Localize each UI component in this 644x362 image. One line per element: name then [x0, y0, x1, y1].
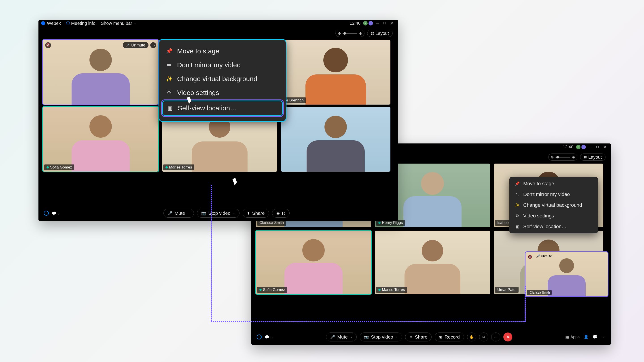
maximize-button[interactable]: □: [381, 20, 388, 26]
video-grid: 🔇 🎤Unmute ⋯ lle Brennan Sofia Gomez Mari…: [38, 40, 398, 46]
zoom-control[interactable]: ⊖ ⊕: [336, 30, 364, 37]
gear-icon: ⚙: [515, 213, 520, 218]
titlebar: Webex i Meeting info Show menu bar ⌄ 12:…: [38, 20, 398, 27]
participant-tile-active-speaker[interactable]: Sofia Gomez: [256, 231, 371, 294]
apps-button[interactable]: ▦Apps: [565, 335, 580, 340]
more-controls-button[interactable]: ⋯: [491, 333, 500, 342]
mic-indicator-icon: [166, 166, 168, 168]
menu-bar-toggle[interactable]: Show menu bar ⌄: [101, 21, 136, 26]
chevron-down-icon[interactable]: ⌄: [350, 336, 352, 339]
gear-icon: ⚙: [166, 90, 172, 96]
stop-video-button[interactable]: 📷Stop video⌄: [197, 209, 239, 218]
mic-indicator-icon: [378, 289, 380, 291]
mouse-cursor: [234, 178, 238, 185]
participants-button[interactable]: 👤: [584, 335, 588, 340]
zoom-out-icon[interactable]: ⊖: [551, 155, 554, 159]
webex-logo-icon: [41, 21, 45, 25]
menu-toggle-label: Show menu bar: [101, 21, 132, 26]
maximize-button[interactable]: □: [594, 144, 601, 150]
menu-item-video-settings[interactable]: ⚙Video settings: [159, 86, 286, 100]
self-view-pip[interactable]: 🔇 🎤 Unmute ⋯ Clarissa Smith: [526, 252, 608, 296]
record-button-partial[interactable]: ◉R: [272, 209, 290, 218]
status-badge[interactable]: [368, 21, 373, 25]
record-icon: ◉: [276, 211, 280, 216]
pin-icon: 📌: [166, 48, 172, 54]
chevron-down-icon[interactable]: ⌄: [233, 212, 235, 215]
mic-indicator-icon: [378, 222, 380, 224]
wand-icon: ✨: [515, 203, 520, 208]
self-view-tile[interactable]: 🔇 🎤Unmute ⋯: [43, 40, 158, 105]
encryption-badge[interactable]: ✓: [576, 145, 580, 149]
mic-muted-icon: 🔇: [45, 42, 51, 48]
share-icon: ⬆: [410, 335, 412, 340]
mute-button[interactable]: 🎤Mute⌄: [326, 333, 357, 342]
zoom-in-icon[interactable]: ⊕: [359, 31, 362, 35]
mic-indicator-icon: [46, 166, 49, 168]
zoom-out-icon[interactable]: ⊖: [338, 31, 341, 35]
unmute-button[interactable]: 🎤Unmute: [123, 42, 148, 48]
minimize-button[interactable]: ─: [587, 144, 594, 150]
menu-item-dont-mirror[interactable]: ⇋Don't mirror my video: [159, 58, 286, 72]
participant-tile-active-speaker[interactable]: Sofia Gomez: [43, 107, 158, 172]
assistant-icon[interactable]: [257, 335, 262, 340]
meeting-time: 12:40: [350, 21, 360, 26]
menu-item-virtual-background[interactable]: ✨Change virtual background: [159, 72, 286, 86]
chat-button[interactable]: 💬: [592, 335, 598, 340]
self-view-context-menu: 📌Move to stage ⇋Don't mirror my video ✨C…: [159, 40, 286, 121]
stop-video-button[interactable]: 📷Stop video⌄: [360, 333, 402, 342]
captions-icon[interactable]: 💬 ⌄: [265, 335, 273, 339]
participant-name-label: Marise Torres: [376, 287, 407, 293]
meeting-window-before: Webex i Meeting info Show menu bar ⌄ 12:…: [38, 20, 398, 221]
participant-name-label: Umar Patel: [495, 287, 518, 293]
chevron-down-icon[interactable]: ⌄: [187, 212, 190, 215]
more-options-button[interactable]: ⋯: [556, 255, 560, 259]
info-icon[interactable]: i: [66, 21, 70, 25]
menu-item-move-to-stage[interactable]: 📌Move to stage: [159, 44, 286, 58]
layout-button[interactable]: Layout: [580, 153, 606, 161]
zoom-slider[interactable]: [342, 33, 357, 34]
close-button[interactable]: ✕: [601, 144, 608, 150]
unmute-button[interactable]: 🎤 Unmute: [534, 254, 554, 259]
raise-hand-button[interactable]: ✋: [467, 333, 476, 342]
encryption-badge[interactable]: ✓: [363, 21, 368, 25]
status-badge[interactable]: [582, 145, 586, 149]
participant-tile[interactable]: lle Brennan: [281, 40, 390, 105]
participant-tile[interactable]: Marise Torres: [375, 231, 490, 294]
app-name: Webex: [47, 21, 61, 26]
record-button[interactable]: ◉Record: [435, 333, 464, 342]
captions-icon[interactable]: 💬 ⌄: [52, 211, 60, 215]
mic-indicator-icon: [260, 289, 262, 291]
zoom-in-icon[interactable]: ⊕: [572, 155, 575, 159]
meeting-info-link[interactable]: Meeting info: [71, 21, 96, 26]
menu-item-virtual-background[interactable]: ✨Change virtual background: [510, 200, 598, 211]
wand-icon: ✨: [166, 76, 172, 82]
more-options-button[interactable]: ⋯: [150, 42, 156, 48]
reactions-button[interactable]: ☺: [479, 333, 488, 342]
participant-tile[interactable]: [281, 107, 390, 172]
mic-icon: 🎤: [330, 335, 335, 340]
mute-button[interactable]: 🎤Mute⌄: [164, 209, 194, 218]
zoom-slider[interactable]: [556, 157, 570, 158]
close-button[interactable]: ✕: [388, 20, 395, 26]
menu-item-move-to-stage[interactable]: 📌Move to stage: [510, 178, 598, 189]
menu-item-dont-mirror[interactable]: ⇋Don't mirror my video: [510, 189, 598, 200]
meeting-controls-bar: 💬 ⌄ 🎤Mute⌄ 📷Stop video⌄ ⬆Share ◉R: [38, 205, 398, 221]
pin-icon: 📌: [515, 181, 520, 186]
layout-label: Layout: [376, 31, 389, 36]
layout-button[interactable]: Layout: [367, 30, 393, 37]
end-call-button[interactable]: ✕: [503, 333, 512, 342]
menu-item-video-settings[interactable]: ⚙Video settings: [510, 211, 598, 221]
share-button[interactable]: ⬆Share: [242, 209, 269, 218]
panel-more-button[interactable]: ⋯: [602, 335, 606, 340]
assistant-icon[interactable]: [44, 211, 49, 216]
mirror-icon: ⇋: [166, 62, 172, 68]
zoom-control[interactable]: ⊖ ⊕: [548, 153, 577, 161]
minimize-button[interactable]: ─: [374, 20, 381, 26]
chevron-down-icon: ⌄: [134, 21, 136, 25]
grid-icon: [371, 32, 374, 35]
share-button[interactable]: ⬆Share: [405, 333, 432, 342]
menu-item-self-view-location[interactable]: ▣Self-view location…: [162, 100, 283, 116]
chevron-down-icon[interactable]: ⌄: [395, 336, 398, 339]
menu-item-self-view-location[interactable]: ▣Self-view location…: [510, 221, 598, 232]
apps-icon: ▦: [565, 335, 569, 340]
